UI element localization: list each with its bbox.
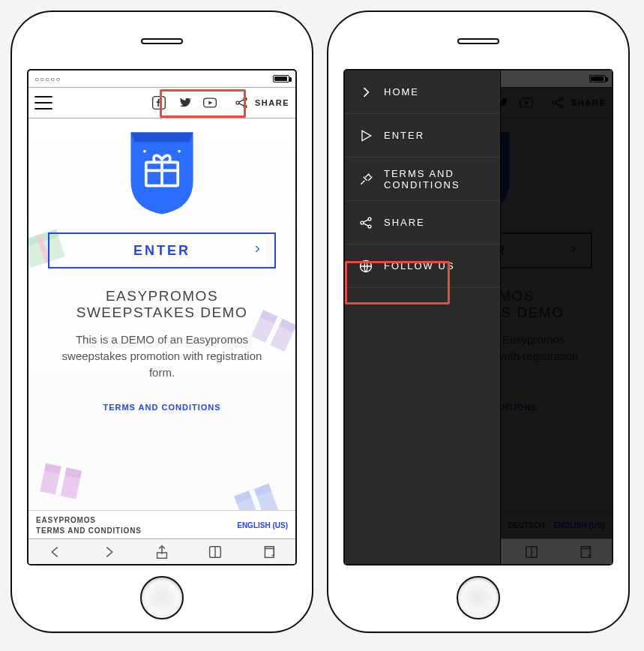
twitter-icon[interactable] bbox=[177, 95, 192, 110]
nav-forward-icon[interactable] bbox=[100, 544, 117, 560]
menu-item-enter[interactable]: ENTER bbox=[345, 114, 500, 158]
menu-item-home[interactable]: HOME bbox=[345, 70, 500, 114]
menu-item-label: TERMS AND CONDITIONS bbox=[384, 168, 487, 190]
chevron-right-icon bbox=[358, 85, 373, 100]
terms-link[interactable]: TERMS AND CONDITIONS bbox=[103, 403, 220, 412]
menu-item-follow-us[interactable]: FOLLOW US bbox=[345, 244, 500, 288]
decoration-gift-icon bbox=[31, 443, 93, 506]
statusbar: ○○○○○ bbox=[28, 70, 295, 87]
social-icon-row bbox=[151, 95, 217, 110]
browser-toolbar bbox=[28, 538, 295, 564]
decoration-gift-icon bbox=[220, 464, 288, 516]
chevron-right-icon bbox=[252, 242, 262, 260]
phone-frame-left: ○○○○○ SHARE bbox=[10, 10, 313, 633]
menu-item-label: ENTER bbox=[384, 130, 424, 141]
share-label: SHARE bbox=[255, 98, 289, 107]
enter-button-label: ENTER bbox=[133, 243, 190, 259]
facebook-icon[interactable] bbox=[151, 95, 166, 110]
bookmarks-icon[interactable] bbox=[207, 544, 223, 560]
home-button[interactable] bbox=[140, 576, 184, 620]
home-button[interactable] bbox=[457, 576, 500, 620]
share-icon bbox=[358, 215, 373, 230]
page-description: This is a DEMO of an Easypromos sweepsta… bbox=[48, 332, 276, 380]
share-sheet-icon[interactable] bbox=[154, 544, 170, 560]
promo-gift-icon bbox=[121, 129, 203, 219]
battery-icon bbox=[273, 75, 289, 82]
globe-icon bbox=[358, 259, 373, 274]
screen-right: ○○○○○ SHARE ENTER EASYP bbox=[343, 69, 613, 566]
play-icon bbox=[358, 128, 373, 143]
signal-dots: ○○○○○ bbox=[34, 75, 61, 83]
side-menu: HOME ENTER TERMS AND CONDITIONS SHARE FO… bbox=[345, 70, 501, 564]
page-footer: EASYPROMOS TERMS AND CONDITIONS ENGLISH … bbox=[28, 510, 295, 540]
menu-item-label: FOLLOW US bbox=[384, 260, 455, 272]
menu-item-share[interactable]: SHARE bbox=[345, 201, 500, 244]
main-content: ENTER EASYPROMOS SWEEPSTAKES DEMO This i… bbox=[28, 118, 295, 516]
phone-speaker bbox=[457, 38, 499, 44]
footer-terms[interactable]: TERMS AND CONDITIONS bbox=[36, 526, 142, 535]
page-title: EASYPROMOS SWEEPSTAKES DEMO bbox=[48, 288, 276, 321]
screen-left: ○○○○○ SHARE bbox=[27, 69, 297, 566]
share-group[interactable]: SHARE bbox=[234, 95, 289, 110]
tabs-icon[interactable] bbox=[260, 544, 277, 560]
language-english[interactable]: ENGLISH (US) bbox=[237, 521, 288, 530]
nav-back-icon[interactable] bbox=[47, 544, 64, 560]
phone-speaker bbox=[141, 38, 183, 44]
footer-brand[interactable]: EASYPROMOS bbox=[36, 516, 142, 524]
menu-item-label: HOME bbox=[384, 86, 419, 98]
menu-icon[interactable] bbox=[34, 96, 52, 110]
menu-item-label: SHARE bbox=[384, 217, 425, 228]
phone-frame-right: ○○○○○ SHARE ENTER EASYP bbox=[327, 10, 630, 633]
share-icon bbox=[234, 95, 249, 110]
youtube-icon[interactable] bbox=[202, 95, 217, 110]
menu-item-terms[interactable]: TERMS AND CONDITIONS bbox=[345, 158, 500, 201]
gavel-icon bbox=[358, 172, 373, 187]
top-navbar: SHARE bbox=[28, 87, 295, 118]
enter-button[interactable]: ENTER bbox=[48, 232, 276, 268]
